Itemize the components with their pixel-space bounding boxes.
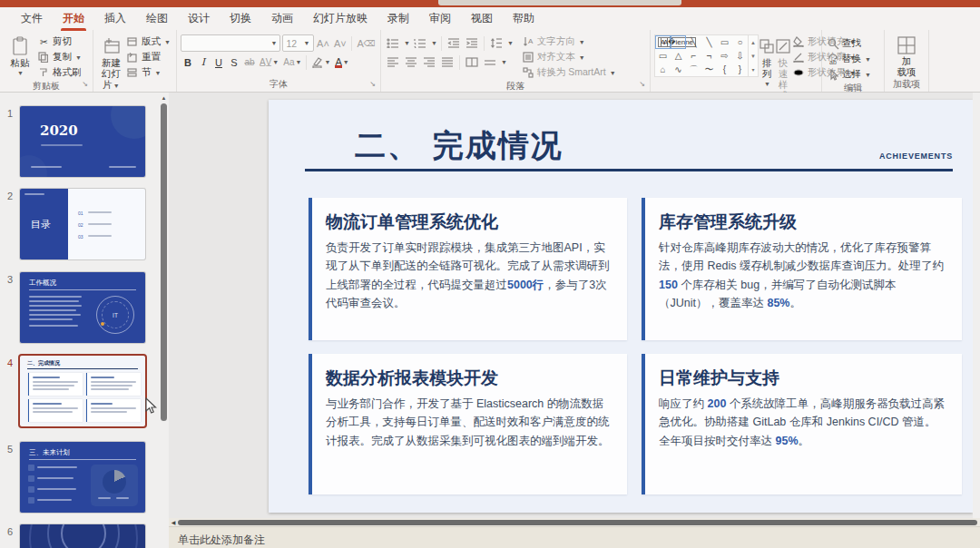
- thumbnail-panel-scrollbar[interactable]: ▲: [160, 94, 168, 546]
- horizontal-scrollbar[interactable]: ◀: [169, 518, 980, 526]
- card-logistics-order-system[interactable]: 物流订单管理系统优化 负责开发了订单实时跟踪模块，集成第三方地图API，实现了从…: [309, 198, 627, 340]
- tab-file[interactable]: 文件: [11, 7, 53, 31]
- slide-2-preview[interactable]: 目录 01 02 03: [20, 189, 145, 259]
- bold-button[interactable]: B: [181, 54, 195, 70]
- left-brace-shape-icon[interactable]: {: [717, 63, 732, 76]
- slide-canvas[interactable]: 二、 完成情况 ACHIEVEMENTS 物流订单管理系统优化 负责开发了订单实…: [269, 100, 973, 513]
- font-color-button[interactable]: A ▼: [333, 54, 350, 70]
- tab-design[interactable]: 设计: [178, 7, 220, 31]
- reset-button[interactable]: 重置: [125, 50, 172, 64]
- tab-transitions[interactable]: 切换: [220, 7, 261, 31]
- bullets-button[interactable]: [385, 35, 401, 51]
- align-right-button[interactable]: [421, 54, 437, 70]
- scroll-up-icon[interactable]: ▲: [160, 94, 168, 103]
- shapes-gallery[interactable]: A A�ienne ╲ ╲ ▭ ○ ▭ △ ⌐ ¬ ⇨ ⇩ ⌂ ∿: [654, 33, 759, 77]
- text-shadow-button[interactable]: S: [227, 54, 241, 70]
- line-spacing-button[interactable]: [488, 35, 505, 51]
- tab-record[interactable]: 录制: [377, 7, 419, 31]
- down-arrow-shape-icon[interactable]: ⇩: [732, 49, 748, 63]
- font-size-combo[interactable]: 12 ▼: [282, 34, 313, 52]
- elbow-arrow-connector-icon[interactable]: ¬: [701, 49, 717, 63]
- tab-slideshow[interactable]: 幻灯片放映: [303, 7, 377, 31]
- card-maintenance-support[interactable]: 日常维护与支持 响应了约 200 个系统故障工单，高峰期服务器负载过高紧急优化。…: [642, 354, 962, 494]
- layout-button[interactable]: 版式 ▼: [125, 34, 172, 49]
- thumbnail-slide-2[interactable]: 2 目录 01 02 03: [0, 189, 162, 259]
- new-slide-button[interactable]: 新建 幻灯片▼: [97, 33, 125, 92]
- text-direction-button[interactable]: A 文字方向 ▼: [521, 34, 618, 49]
- slide-3-preview[interactable]: 工作概况 IT: [20, 272, 145, 343]
- notes-pane[interactable]: 单击此处添加备注: [169, 526, 980, 548]
- tab-insert[interactable]: 插入: [94, 7, 136, 31]
- cut-button[interactable]: ✂ 剪切: [36, 34, 83, 49]
- shrink-font-button[interactable]: A˅: [332, 35, 348, 51]
- underline-button[interactable]: U: [211, 54, 226, 70]
- highlight-color-button[interactable]: ▼: [309, 54, 332, 70]
- thumbnail-slide-1[interactable]: 1 2020: [0, 106, 162, 177]
- dialog-launcher-icon[interactable]: ↘: [82, 78, 88, 90]
- tab-animations[interactable]: 动画: [261, 7, 303, 31]
- titlebar-search-box[interactable]: [438, 0, 681, 5]
- oval-shape-icon[interactable]: ○: [732, 35, 748, 49]
- distribute-button[interactable]: [482, 54, 498, 70]
- right-brace-shape-icon[interactable]: }: [732, 63, 748, 76]
- slide-4-preview[interactable]: 二、完成情况: [20, 356, 145, 426]
- numbering-button[interactable]: [412, 35, 428, 51]
- convert-smartart-button[interactable]: 转换为 SmartArt ▼: [521, 65, 618, 80]
- thumbnail-slide-5[interactable]: 5 三、未来计划: [0, 442, 162, 513]
- character-spacing-button[interactable]: A̲V̲▼: [258, 54, 280, 70]
- thumbnail-slide-3[interactable]: 3 工作概况 IT: [0, 272, 162, 343]
- paste-button[interactable]: 粘贴 ▼: [4, 33, 36, 79]
- addins-button[interactable]: 加 载项: [888, 33, 925, 77]
- scroll-up-icon[interactable]: ▲: [749, 35, 758, 49]
- italic-button[interactable]: I: [196, 54, 211, 70]
- section-button[interactable]: 节 ▼: [125, 65, 172, 80]
- line-shape-icon[interactable]: ╲: [686, 35, 701, 49]
- grow-font-button[interactable]: A˄: [316, 35, 331, 51]
- thumbnail-slide-4-selected[interactable]: 4 二、完成情况: [0, 356, 162, 426]
- clear-formatting-button[interactable]: A⌫: [356, 35, 377, 51]
- align-text-button[interactable]: 对齐文本 ▼: [521, 50, 618, 64]
- elbow-connector-icon[interactable]: ⌐: [686, 49, 701, 63]
- copy-button[interactable]: 复制 ▼: [36, 50, 83, 64]
- justify-button[interactable]: [439, 54, 456, 70]
- right-arrow-shape-icon[interactable]: ⇨: [717, 49, 732, 63]
- find-button[interactable]: 查找: [826, 36, 880, 51]
- tab-draw[interactable]: 绘图: [136, 7, 178, 31]
- arc-shape-icon[interactable]: ⌒: [686, 63, 701, 76]
- tab-view[interactable]: 视图: [461, 7, 503, 31]
- scroll-down-icon[interactable]: ▼: [749, 49, 758, 63]
- tab-help[interactable]: 帮助: [503, 7, 544, 31]
- editor-right-scrollbar[interactable]: [973, 93, 980, 518]
- scrollbar-thumb[interactable]: [178, 520, 977, 525]
- rectangle-shape-icon[interactable]: ▭: [717, 35, 732, 49]
- select-button[interactable]: 选择 ▼: [826, 67, 880, 82]
- slide-subtitle[interactable]: ACHIEVEMENTS: [879, 152, 953, 161]
- rounded-rectangle-shape-icon[interactable]: ▭: [655, 49, 671, 63]
- triangle-shape-icon[interactable]: △: [671, 49, 686, 63]
- slide-5-preview[interactable]: 三、未来计划: [20, 442, 145, 513]
- replace-button[interactable]: ab 替换 ▼: [826, 52, 880, 66]
- align-left-button[interactable]: [385, 54, 401, 70]
- freeform-shape-icon[interactable]: ⌂: [655, 63, 671, 76]
- strikethrough-button[interactable]: ab: [242, 54, 257, 70]
- slide-1-preview[interactable]: 2020: [20, 106, 145, 177]
- scroll-left-icon[interactable]: ◀: [169, 519, 178, 525]
- slide-title[interactable]: 二、 完成情况: [355, 125, 564, 167]
- font-name-combo[interactable]: ▼: [181, 34, 280, 52]
- shapes-gallery-scrollbar[interactable]: ▲ ▼ ▾: [749, 34, 759, 77]
- scribble-shape-icon[interactable]: ∿: [671, 63, 686, 76]
- arrow-line-shape-icon[interactable]: ╲: [701, 35, 717, 49]
- card-inventory-system[interactable]: 库存管理系统升级 针对仓库高峰期库存波动大的情况，优化了库存预警算法，使用 Re…: [642, 198, 962, 340]
- tab-home[interactable]: 开始: [53, 7, 94, 31]
- curve-shape-icon[interactable]: 〜: [701, 63, 717, 76]
- columns-button[interactable]: [464, 54, 480, 70]
- dialog-launcher-icon[interactable]: ↘: [639, 78, 645, 90]
- vertical-textbox-shape-icon[interactable]: A�ienne: [671, 35, 686, 49]
- arrange-button[interactable]: 排列 ▼: [759, 33, 775, 90]
- align-center-button[interactable]: [403, 54, 419, 70]
- tab-review[interactable]: 审阅: [419, 7, 461, 31]
- dialog-launcher-icon[interactable]: ↘: [369, 78, 376, 90]
- decrease-indent-button[interactable]: [446, 35, 462, 51]
- format-painter-button[interactable]: 格式刷: [36, 65, 83, 80]
- card-data-analysis-module[interactable]: 数据分析报表模块开发 与业务部门合作，开发了基于 Elasticsearch 的…: [309, 354, 627, 494]
